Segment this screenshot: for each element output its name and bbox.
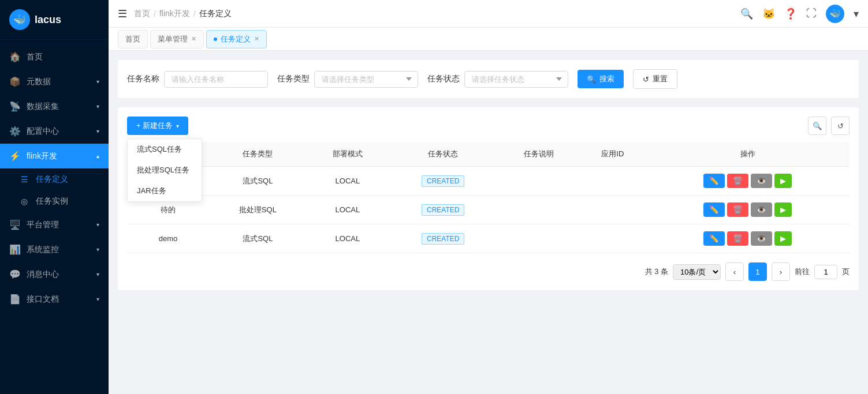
task-name-label: 任务名称 bbox=[127, 74, 159, 84]
page-1-button[interactable]: 1 bbox=[748, 262, 767, 281]
edit-button[interactable]: ✏️ bbox=[703, 174, 725, 188]
task-type-select[interactable]: 请选择任务类型 bbox=[314, 71, 418, 88]
cell-deploy-mode: LOCAL bbox=[307, 196, 389, 224]
view-button[interactable]: 👁️ bbox=[751, 231, 772, 246]
run-button[interactable]: ▶ bbox=[774, 231, 792, 246]
help-icon[interactable]: ❓ bbox=[784, 7, 797, 20]
prev-page-button[interactable]: ‹ bbox=[725, 262, 744, 281]
task-name-field: 任务名称 bbox=[127, 71, 268, 88]
new-task-label: + 新建任务 bbox=[136, 121, 173, 131]
sidebar-item-flink-dev[interactable]: ⚡ flink开发 ▴ bbox=[0, 144, 109, 168]
task-status-field: 任务状态 请选择任务状态 bbox=[427, 71, 568, 88]
cell-app-id bbox=[579, 224, 646, 253]
run-button[interactable]: ▶ bbox=[774, 174, 792, 188]
flink-sub-menu: ☰ 任务定义 ◎ 任务实例 bbox=[0, 168, 109, 212]
tab-menu-mgmt-label: 菜单管理 bbox=[158, 34, 188, 44]
breadcrumb-sep-1: / bbox=[154, 9, 156, 18]
cell-deploy-mode: LOCAL bbox=[307, 224, 389, 253]
breadcrumb-sep-2: / bbox=[193, 9, 196, 18]
sidebar-item-task-instance[interactable]: ◎ 任务实例 bbox=[9, 190, 109, 212]
delete-button[interactable]: 🗑️ bbox=[727, 231, 748, 246]
page-size-select[interactable]: 10条/页 20条/页 50条/页 bbox=[673, 264, 721, 280]
cell-app-id bbox=[579, 167, 646, 196]
sidebar-item-label: 配置中心 bbox=[27, 126, 59, 137]
breadcrumb-home[interactable]: 首页 bbox=[134, 9, 150, 19]
task-def-icon: ☰ bbox=[18, 175, 30, 184]
refresh-toolbar-icon[interactable]: ↺ bbox=[831, 117, 850, 135]
tab-menu-mgmt-close[interactable]: ✕ bbox=[191, 35, 196, 43]
search-icon[interactable]: 🔍 bbox=[740, 7, 753, 20]
breadcrumb-current: 任务定义 bbox=[199, 9, 232, 19]
pagination: 共 3 条 10条/页 20条/页 50条/页 ‹ 1 › 前往 页 bbox=[127, 262, 850, 281]
cell-actions: ✏️ 🗑️ 👁️ ▶ bbox=[646, 196, 850, 224]
sidebar-sub-item-label: 任务定义 bbox=[36, 174, 68, 185]
task-inst-icon: ◎ bbox=[18, 197, 30, 206]
chevron-down-icon: ▾ bbox=[96, 103, 99, 110]
sidebar-item-label: 系统监控 bbox=[27, 245, 59, 255]
delete-button[interactable]: 🗑️ bbox=[727, 174, 748, 188]
user-dropdown-icon[interactable]: ▾ bbox=[854, 7, 859, 20]
sidebar-item-metadata[interactable]: 📦 元数据 ▾ bbox=[0, 69, 109, 94]
sidebar-item-platform-mgmt[interactable]: 🖥️ 平台管理 ▾ bbox=[0, 212, 109, 237]
total-text: 共 3 条 bbox=[645, 267, 668, 277]
col-app-id: 应用ID bbox=[579, 142, 646, 167]
github-icon[interactable]: 🐱 bbox=[762, 7, 775, 20]
data-collection-icon: 📡 bbox=[9, 101, 21, 112]
config-icon: ⚙️ bbox=[9, 126, 21, 137]
search-button[interactable]: 🔍 搜索 bbox=[578, 70, 624, 88]
task-name-input[interactable] bbox=[164, 71, 268, 88]
next-page-button[interactable]: › bbox=[772, 262, 790, 281]
message-icon: 💬 bbox=[9, 269, 21, 280]
task-status-label: 任务状态 bbox=[427, 74, 460, 84]
sidebar-item-system-monitor[interactable]: 📊 系统监控 ▾ bbox=[0, 237, 109, 262]
delete-button[interactable]: 🗑️ bbox=[727, 202, 748, 217]
dropdown-item-jar[interactable]: JAR任务 bbox=[128, 181, 202, 201]
chevron-up-icon: ▴ bbox=[96, 153, 99, 159]
tab-task-def[interactable]: 任务定义 ✕ bbox=[206, 30, 267, 48]
table-header: 任务名称 任务类型 部署模式 任务状态 任务说明 应用ID 操作 bbox=[127, 142, 850, 167]
sidebar-item-data-collection[interactable]: 📡 数据采集 ▾ bbox=[0, 94, 109, 119]
edit-button[interactable]: ✏️ bbox=[703, 231, 725, 246]
tab-task-def-label: 任务定义 bbox=[221, 34, 251, 44]
view-button[interactable]: 👁️ bbox=[751, 174, 772, 188]
avatar[interactable]: 🐳 bbox=[826, 5, 844, 23]
sidebar-item-api-docs[interactable]: 📄 接口文档 ▾ bbox=[0, 287, 109, 312]
reset-btn-label: 重置 bbox=[653, 74, 668, 84]
sidebar-item-message-center[interactable]: 💬 消息中心 ▾ bbox=[0, 262, 109, 287]
col-task-status: 任务状态 bbox=[389, 142, 498, 167]
reset-button[interactable]: ↺ 重置 bbox=[633, 69, 677, 89]
goto-page-input[interactable] bbox=[814, 265, 837, 279]
sidebar-item-home[interactable]: 🏠 首页 bbox=[0, 44, 109, 69]
sidebar-item-task-definition[interactable]: ☰ 任务定义 bbox=[9, 168, 109, 190]
dropdown-item-batch-sql[interactable]: 批处理SQL任务 bbox=[128, 160, 202, 181]
flink-icon: ⚡ bbox=[9, 151, 21, 162]
menu-toggle-icon[interactable]: ☰ bbox=[118, 7, 127, 20]
search-toolbar-icon[interactable]: 🔍 bbox=[808, 117, 826, 135]
dropdown-item-stream-sql[interactable]: 流式SQL任务 bbox=[128, 139, 202, 160]
task-type-label: 任务类型 bbox=[277, 74, 310, 84]
tab-menu-mgmt[interactable]: 菜单管理 ✕ bbox=[150, 30, 204, 48]
view-button[interactable]: 👁️ bbox=[751, 202, 772, 217]
search-btn-icon: 🔍 bbox=[587, 75, 596, 84]
cell-task-type: 流式SQL bbox=[209, 224, 307, 253]
home-icon: 🏠 bbox=[9, 51, 21, 62]
api-docs-icon: 📄 bbox=[9, 294, 21, 305]
fullscreen-icon[interactable]: ⛶ bbox=[806, 7, 817, 20]
breadcrumb-flink[interactable]: flink开发 bbox=[159, 9, 190, 19]
new-task-wrapper: + 新建任务 ▾ 流式SQL任务 批处理SQL任务 JAR任务 bbox=[127, 117, 188, 135]
tabs-bar: 首页 菜单管理 ✕ 任务定义 ✕ bbox=[109, 28, 868, 51]
tab-home-label: 首页 bbox=[125, 34, 140, 44]
breadcrumb: 首页 / flink开发 / 任务定义 bbox=[134, 9, 232, 19]
task-status-select[interactable]: 请选择任务状态 bbox=[464, 71, 568, 88]
tab-home[interactable]: 首页 bbox=[118, 30, 148, 48]
new-task-button[interactable]: + 新建任务 ▾ bbox=[127, 117, 188, 135]
cell-deploy-mode: LOCAL bbox=[307, 167, 389, 196]
sidebar-item-label: 平台管理 bbox=[27, 220, 59, 230]
cell-app-id bbox=[579, 196, 646, 224]
table-body: 流式SQL LOCAL CREATED ✏️ 🗑️ 👁️ bbox=[127, 167, 850, 253]
tab-task-def-close[interactable]: ✕ bbox=[254, 35, 259, 43]
status-badge: CREATED bbox=[422, 204, 464, 216]
sidebar-item-config-center[interactable]: ⚙️ 配置中心 ▾ bbox=[0, 119, 109, 144]
run-button[interactable]: ▶ bbox=[774, 202, 792, 217]
edit-button[interactable]: ✏️ bbox=[703, 202, 725, 217]
